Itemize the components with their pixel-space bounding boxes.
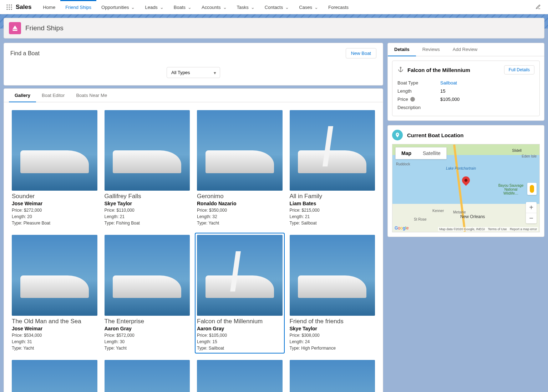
map-label: Slidell [512, 149, 522, 153]
chevron-down-icon: ⌄ [131, 5, 135, 10]
svg-point-3 [6, 6, 7, 7]
chevron-down-icon: ⌄ [314, 5, 318, 10]
chevron-down-icon: ▾ [214, 70, 216, 75]
nav-item-forecasts[interactable]: Forecasts [323, 0, 354, 14]
boat-owner: Jose Weimar [12, 326, 97, 331]
boat-meta: Price: $534,000Length: 31Type: Yacht [12, 332, 97, 351]
boat-name: The Enterprise [105, 318, 190, 325]
field-label-description: Description [397, 105, 440, 110]
boat-tile[interactable]: GeronimoRonaldo NazarioPrice: $350,000Le… [197, 110, 283, 226]
map-label: St Rose [414, 217, 427, 221]
boat-meta: Price: $572,000Length: 30Type: Yacht [105, 332, 190, 351]
field-value-boat-type[interactable]: Sailboat [440, 80, 534, 86]
boat-tile[interactable]: Falcon of the MillenniumAaron GrayPrice:… [195, 233, 284, 353]
boat-tile[interactable] [12, 360, 97, 392]
boat-name: Friend of the friends [290, 318, 375, 325]
full-details-button[interactable]: Full Details [504, 65, 534, 74]
tab-boat-editor[interactable]: Boat Editor [36, 89, 70, 102]
nav-item-cases[interactable]: Cases⌄ [294, 0, 323, 14]
details-boat-name: Falcon of the Millennium [407, 67, 470, 73]
boat-type-select[interactable]: All Types ▾ [167, 67, 220, 78]
main-tabs: GalleryBoat EditorBoats Near Me [4, 89, 383, 102]
boat-tile[interactable]: Friend of the friendsSkye TaylorPrice: $… [290, 235, 375, 351]
boat-meta: Price: $272,000Length: 20Type: Pleasure … [12, 207, 97, 226]
nav-item-leads[interactable]: Leads⌄ [140, 0, 168, 14]
find-boat-card: Find a Boat New Boat All Types ▾ [4, 43, 383, 86]
chevron-down-icon: ⌄ [285, 5, 289, 10]
nav-item-accounts[interactable]: Accounts⌄ [197, 0, 232, 14]
boat-meta: Price: $215,000Length: 21Type: Sailboat [290, 207, 375, 226]
boat-tile[interactable]: Gallifrey FallsSkye TaylorPrice: $110,00… [105, 110, 190, 226]
nav-item-home[interactable]: Home [38, 0, 60, 14]
boat-tile[interactable]: SounderJose WeimarPrice: $272,000Length:… [12, 110, 97, 226]
details-tab-add-review[interactable]: Add Review [446, 43, 484, 56]
boat-tile[interactable] [105, 360, 190, 392]
nav-item-contacts[interactable]: Contacts⌄ [260, 0, 294, 14]
app-launcher-icon[interactable] [6, 4, 13, 11]
nav-item-opportunities[interactable]: Opportunities⌄ [96, 0, 140, 14]
boat-image [105, 235, 190, 315]
nav-item-friend-ships[interactable]: Friend Ships [60, 0, 96, 14]
svg-point-5 [11, 6, 12, 7]
map-title: Current Boat Location [407, 132, 463, 138]
boat-meta: Price: $350,000Length: 32Type: Yacht [197, 207, 283, 226]
page-title: Friend Ships [25, 24, 64, 32]
boat-image [105, 110, 190, 191]
map-terms-link[interactable]: Terms of Use [488, 227, 507, 231]
boat-tile[interactable] [197, 360, 283, 392]
map-type-control: Map Satellite [395, 147, 447, 159]
nav-item-tasks[interactable]: Tasks⌄ [232, 0, 260, 14]
zoom-in-button[interactable]: + [526, 202, 537, 213]
details-tabs: DetailsReviewsAdd Review [388, 43, 544, 56]
info-icon[interactable] [410, 97, 415, 102]
field-label-boat-type: Boat Type [397, 80, 440, 86]
details-tab-reviews[interactable]: Reviews [416, 43, 446, 56]
details-tab-details[interactable]: Details [388, 43, 416, 56]
field-value-length: 15 [440, 88, 534, 94]
tab-gallery[interactable]: Gallery [9, 89, 36, 102]
boat-name: All in Family [290, 193, 375, 200]
map-type-map-button[interactable]: Map [396, 148, 417, 159]
boat-image [12, 110, 97, 191]
boat-tile[interactable] [290, 360, 375, 392]
boat-owner: Aaron Gray [197, 326, 283, 331]
edit-nav-icon[interactable] [534, 3, 542, 11]
tab-boats-near-me[interactable]: Boats Near Me [70, 89, 113, 102]
boat-owner: Liam Bates [290, 201, 375, 206]
boat-tile[interactable]: The EnterpriseAaron GrayPrice: $572,000L… [105, 235, 190, 351]
pegman-icon[interactable] [527, 183, 537, 195]
map-label: Kenner [432, 209, 444, 213]
boat-tile[interactable]: All in FamilyLiam BatesPrice: $215,000Le… [290, 110, 375, 226]
nav-item-boats[interactable]: Boats⌄ [169, 0, 197, 14]
zoom-out-button[interactable]: − [526, 213, 537, 223]
boat-details-card: DetailsReviewsAdd Review Falcon of the M… [387, 43, 544, 121]
boat-image [12, 235, 97, 315]
chevron-down-icon: ⌄ [160, 5, 164, 10]
boat-meta: Price: $308,000Length: 24Type: High Perf… [290, 332, 375, 351]
gallery-card: GalleryBoat EditorBoats Near Me SounderJ… [4, 88, 383, 392]
boat-owner: Skye Taylor [290, 326, 375, 331]
boat-owner: Ronaldo Nazario [197, 201, 283, 206]
page-header: Friend Ships [4, 18, 544, 38]
map-label: Eden Isle [522, 154, 537, 158]
google-logo: Google [395, 226, 409, 231]
new-boat-button[interactable]: New Boat [346, 48, 376, 58]
map-type-satellite-button[interactable]: Satellite [417, 148, 446, 159]
boat-meta: Price: $110,000Length: 21Type: Fishing B… [105, 207, 190, 226]
boat-name: Sounder [12, 193, 97, 200]
svg-point-4 [9, 6, 10, 7]
top-nav: Sales HomeFriend ShipsOpportunities⌄Lead… [0, 0, 548, 14]
svg-point-0 [6, 4, 7, 5]
boat-app-icon [9, 22, 21, 34]
boat-tile[interactable]: The Old Man and the SeaJose WeimarPrice:… [12, 235, 97, 351]
boat-type-select-value: All Types [171, 70, 190, 75]
map-report-link[interactable]: Report a map error [510, 227, 537, 231]
map[interactable]: Slidell Ruddock Lake Pontchartrain Eden … [392, 144, 540, 232]
anchor-icon [397, 66, 404, 74]
map-label: Metairie [453, 210, 466, 214]
boat-image [105, 360, 190, 392]
field-label-length: Length [397, 88, 440, 94]
boat-gallery: SounderJose WeimarPrice: $272,000Length:… [12, 110, 375, 392]
svg-point-9 [400, 67, 401, 68]
boat-image [197, 235, 283, 315]
